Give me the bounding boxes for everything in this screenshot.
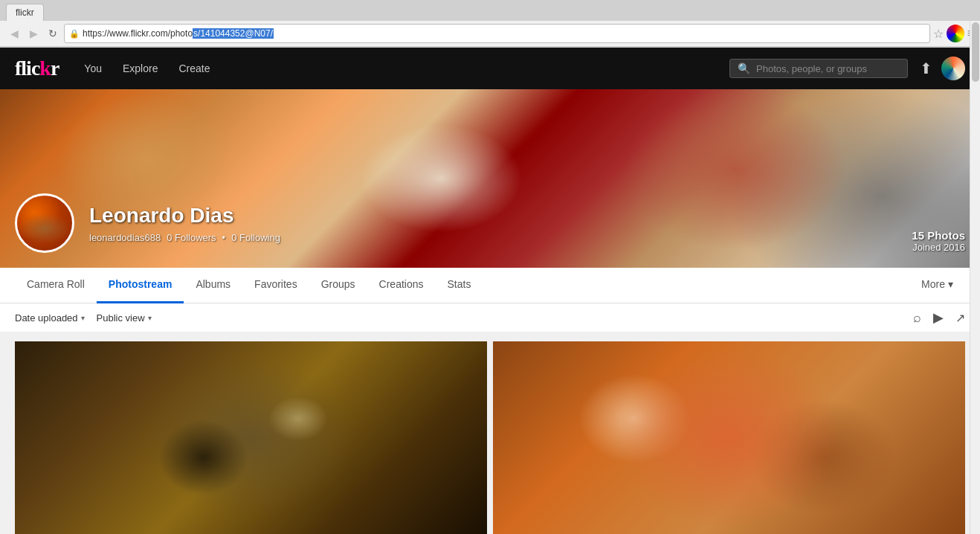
scrollbar-thumb[interactable] [972, 22, 979, 82]
scrollbar-track[interactable] [970, 21, 980, 534]
browser-chrome: flickr ◀ ▶ ↻ 🔒 https://www.flickr.com/ph… [0, 0, 980, 48]
profile-tabs: Camera Roll Photostream Albums Favorites… [0, 268, 980, 303]
photo-toolbar: Date uploaded ▾ Public view ▾ ⌕ ▶ ↗ [0, 303, 980, 332]
photos-count: 15 Photos [912, 229, 965, 242]
tab-camera-roll[interactable]: Camera Roll [15, 268, 97, 303]
view-dropdown-arrow-icon: ▾ [148, 314, 152, 322]
search-input[interactable] [756, 63, 900, 74]
browser-user-avatar[interactable] [947, 25, 964, 42]
browser-toolbar: ◀ ▶ ↻ 🔒 https://www.flickr.com/photos/14… [0, 21, 980, 47]
back-button[interactable]: ◀ [6, 25, 22, 42]
date-dropdown-arrow-icon: ▾ [81, 314, 85, 322]
meta-separator: • [222, 232, 226, 243]
photo-grid [0, 332, 980, 534]
flickr-logo[interactable]: flickr [15, 57, 59, 80]
tab-creations[interactable]: Creations [367, 268, 436, 303]
tab-photostream[interactable]: Photostream [97, 268, 184, 303]
profile-username: leonardodias688 [89, 232, 161, 243]
toolbar-actions: ⌕ ▶ ↗ [913, 309, 965, 326]
profile-followers[interactable]: 0 Followers [167, 232, 216, 243]
date-label: Date uploaded [15, 312, 78, 324]
date-uploaded-dropdown[interactable]: Date uploaded ▾ [15, 312, 85, 324]
nav-you[interactable]: You [74, 48, 112, 89]
tab-more[interactable]: More ▾ [909, 268, 965, 303]
nav-search-bar[interactable]: 🔍 [729, 59, 908, 78]
profile-overlay: Leonardo Dias leonardodias688 0 Follower… [15, 193, 280, 253]
ssl-lock-icon: 🔒 [69, 29, 80, 39]
flickr-app: flickr You Explore Create 🔍 ⬆ Leonardo D… [0, 48, 980, 534]
bookmark-star-icon[interactable]: ☆ [933, 27, 944, 41]
search-photos-button[interactable]: ⌕ [913, 310, 921, 326]
upload-icon[interactable]: ⬆ [920, 59, 932, 77]
flickr-navbar: flickr You Explore Create 🔍 ⬆ [0, 48, 980, 89]
more-chevron-icon: ▾ [948, 278, 953, 290]
profile-info: Leonardo Dias leonardodias688 0 Follower… [89, 204, 280, 243]
nav-explore[interactable]: Explore [112, 48, 168, 89]
browser-tab[interactable]: flickr [6, 4, 44, 21]
tab-favorites[interactable]: Favorites [242, 268, 309, 303]
public-view-dropdown[interactable]: Public view ▾ [97, 312, 152, 324]
cover-photo: Leonardo Dias leonardodias688 0 Follower… [0, 89, 980, 268]
nav-create[interactable]: Create [168, 48, 220, 89]
tab-stats[interactable]: Stats [436, 268, 483, 303]
profile-name: Leonardo Dias [89, 204, 280, 228]
share-button[interactable]: ↗ [955, 311, 965, 325]
url-display: https://www.flickr.com/photos/141044352@… [83, 28, 925, 39]
browser-tabs: flickr [0, 0, 980, 21]
view-label: Public view [97, 312, 145, 324]
refresh-button[interactable]: ↻ [45, 25, 61, 42]
address-bar[interactable]: 🔒 https://www.flickr.com/photos/14104435… [64, 24, 930, 43]
photo-item[interactable] [15, 341, 487, 534]
photo-item[interactable] [493, 341, 965, 534]
profile-stats: 15 Photos Joined 2016 [912, 229, 965, 253]
browser-actions: ☆ ≡ [933, 25, 974, 42]
avatar[interactable] [15, 193, 74, 253]
joined-date: Joined 2016 [912, 242, 965, 253]
profile-following[interactable]: 0 Following [231, 232, 280, 243]
search-icon: 🔍 [738, 62, 750, 74]
user-avatar-nav[interactable] [941, 57, 965, 80]
tab-albums[interactable]: Albums [184, 268, 242, 303]
forward-button[interactable]: ▶ [25, 25, 42, 42]
tab-groups[interactable]: Groups [309, 268, 367, 303]
profile-meta: leonardodias688 0 Followers • 0 Followin… [89, 232, 280, 243]
slideshow-button[interactable]: ▶ [933, 309, 944, 326]
url-highlight: s/141044352@N07/ [193, 28, 274, 39]
url-prefix: https://www.flickr.com/photo [83, 28, 193, 39]
